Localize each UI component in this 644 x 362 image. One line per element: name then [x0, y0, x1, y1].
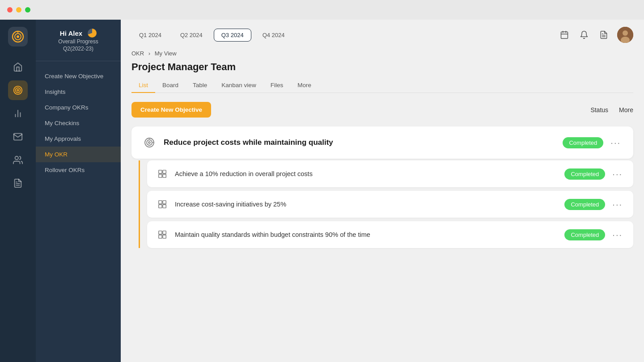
sidebar-nav-okr[interactable] — [8, 80, 28, 100]
objective-title: Reduce project costs while maintaining q… — [164, 138, 563, 147]
svg-rect-29 — [159, 174, 162, 177]
view-tabs: List Board Table Kanban view Files More — [131, 78, 633, 93]
header-icons — [558, 27, 633, 43]
breadcrumb-okr[interactable]: OKR — [131, 50, 144, 57]
calendar-icon[interactable] — [558, 29, 571, 41]
kr-icon-1 — [156, 198, 169, 210]
key-results-section: Achieve a 10% reduction in overall proje… — [131, 160, 633, 248]
close-dot[interactable] — [7, 7, 13, 13]
objective-more-button[interactable]: ··· — [609, 138, 623, 148]
tab-board[interactable]: Board — [155, 78, 186, 93]
svg-point-23 — [147, 140, 152, 145]
minimize-dot[interactable] — [16, 7, 21, 13]
status-label: Status — [590, 106, 608, 114]
svg-rect-13 — [561, 32, 568, 38]
sidebar-nav-team[interactable] — [8, 150, 28, 170]
kr-more-button-1[interactable]: ··· — [610, 199, 624, 210]
left-nav-my-checkins[interactable]: My Checkins — [36, 115, 121, 131]
svg-rect-31 — [159, 201, 162, 204]
maximize-dot[interactable] — [25, 7, 30, 13]
kr-card-2: Maintain quality standards within budget… — [147, 221, 633, 248]
svg-rect-28 — [163, 170, 166, 173]
objective-status-badge: Completed — [563, 137, 603, 148]
logo — [8, 27, 28, 46]
tab-list[interactable]: List — [131, 78, 155, 93]
user-greeting: Hi Alex — [60, 29, 82, 37]
logo-icon — [12, 30, 24, 43]
left-nav-create-objective[interactable]: Create New Objective — [36, 68, 121, 84]
page-title: Project Manager Team — [131, 61, 633, 73]
kr-icon-2 — [156, 228, 169, 241]
left-nav-insights[interactable]: Insights — [36, 84, 121, 100]
content-area: OKR › My View Project Manager Team List … — [121, 43, 644, 362]
left-nav-my-okr[interactable]: My OKR — [36, 147, 121, 162]
overall-progress-label: Overall Progress — [43, 38, 114, 45]
svg-rect-33 — [159, 205, 162, 208]
sidebar-nav-analytics[interactable] — [8, 104, 28, 123]
svg-point-24 — [148, 142, 150, 143]
objective-card: Reduce project costs while maintaining q… — [131, 126, 633, 159]
quarter-tab-q3[interactable]: Q3 2024 — [214, 29, 251, 42]
quarter-tab-q1[interactable]: Q1 2024 — [131, 29, 169, 42]
bell-icon[interactable] — [578, 29, 590, 41]
user-section: Hi Alex Overall Progress Q2(2022-23) — [36, 29, 121, 61]
progress-period: Q2(2022-23) — [43, 46, 114, 52]
kr-icon-0 — [156, 168, 169, 180]
titlebar — [0, 0, 644, 20]
svg-rect-30 — [163, 174, 166, 177]
sidebar-nav-reports[interactable] — [8, 173, 28, 193]
more-label[interactable]: More — [619, 106, 633, 114]
action-row: Create New Objective Status More — [131, 102, 633, 118]
kr-title-0: Achieve a 10% reduction in overall proje… — [175, 170, 564, 177]
svg-rect-32 — [163, 201, 166, 204]
action-right: Status More — [590, 106, 633, 114]
kr-more-button-0[interactable]: ··· — [610, 169, 624, 179]
kr-status-badge-0: Completed — [564, 168, 605, 180]
quarter-tabs: Q1 2024 Q2 2024 Q3 2024 Q4 2024 — [131, 29, 292, 42]
app-layout: Hi Alex Overall Progress Q2(2022-23) Cre… — [0, 20, 644, 362]
tab-more[interactable]: More — [290, 78, 318, 93]
left-nav-my-approvals[interactable]: My Approvals — [36, 131, 121, 147]
svg-rect-38 — [163, 235, 166, 238]
kr-title-1: Increase cost-saving initiatives by 25% — [175, 201, 564, 208]
kr-card-0: Achieve a 10% reduction in overall proje… — [147, 160, 633, 187]
kr-status-badge-1: Completed — [564, 199, 605, 210]
svg-rect-36 — [163, 231, 166, 234]
svg-point-20 — [623, 30, 628, 36]
sidebar-nav-home[interactable] — [8, 57, 28, 77]
sidebar-nav-messages[interactable] — [8, 127, 28, 147]
left-nav-company-okrs[interactable]: Company OKRs — [36, 100, 121, 115]
document-icon[interactable] — [597, 29, 610, 41]
svg-point-2 — [17, 35, 19, 38]
left-nav: Create New Objective Insights Company OK… — [36, 68, 121, 178]
svg-rect-35 — [159, 231, 162, 234]
svg-rect-27 — [159, 170, 162, 173]
kr-title-2: Maintain quality standards within budget… — [175, 231, 564, 238]
svg-point-5 — [16, 88, 21, 93]
key-results-list: Achieve a 10% reduction in overall proje… — [139, 160, 633, 248]
avatar[interactable] — [617, 27, 633, 43]
breadcrumb: OKR › My View — [131, 50, 633, 57]
quarter-tab-q4[interactable]: Q4 2024 — [255, 29, 292, 42]
svg-rect-34 — [163, 205, 166, 208]
left-nav-rollover-okrs[interactable]: Rollover OKRs — [36, 162, 121, 178]
quarter-tab-q2[interactable]: Q2 2024 — [173, 29, 210, 42]
progress-circle — [88, 29, 97, 38]
left-panel: Hi Alex Overall Progress Q2(2022-23) Cre… — [36, 20, 121, 362]
tab-files[interactable]: Files — [263, 78, 291, 93]
tab-kanban[interactable]: Kanban view — [214, 78, 263, 93]
kr-status-badge-2: Completed — [564, 229, 605, 240]
avatar-image — [617, 27, 633, 43]
breadcrumb-separator: › — [148, 50, 152, 57]
breadcrumb-my-view[interactable]: My View — [155, 50, 177, 57]
main-content: Q1 2024 Q2 2024 Q3 2024 Q4 2024 — [121, 20, 644, 362]
svg-point-6 — [17, 89, 19, 91]
kr-card-1: Increase cost-saving initiatives by 25% … — [147, 191, 633, 218]
objective-target-icon — [142, 135, 157, 150]
top-header: Q1 2024 Q2 2024 Q3 2024 Q4 2024 — [121, 20, 644, 43]
svg-point-10 — [15, 156, 18, 160]
kr-more-button-2[interactable]: ··· — [610, 230, 624, 240]
tab-table[interactable]: Table — [186, 78, 214, 93]
create-new-objective-button[interactable]: Create New Objective — [131, 102, 211, 118]
icon-sidebar — [0, 20, 36, 362]
